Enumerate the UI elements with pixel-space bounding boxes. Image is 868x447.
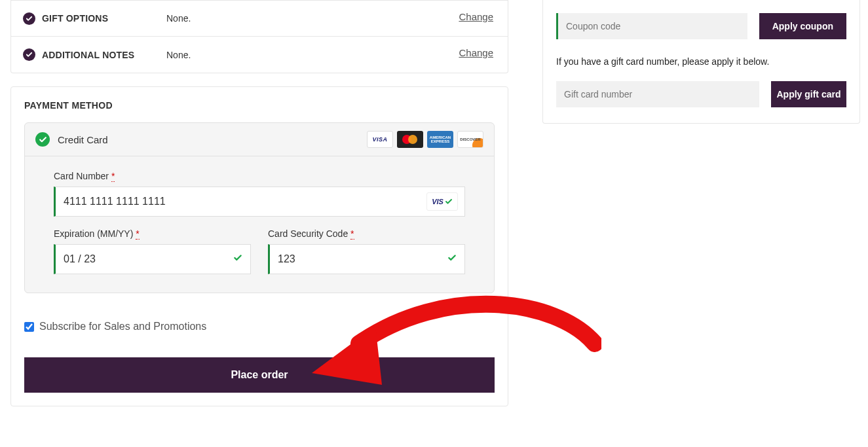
check-icon (233, 253, 242, 265)
subscribe-label: Subscribe for Sales and Promotions (39, 321, 206, 332)
additional-notes-label: ADDITIONAL NOTES (42, 50, 166, 60)
subscribe-checkbox[interactable] (24, 322, 34, 332)
cvc-field[interactable] (268, 244, 465, 274)
radio-selected-icon (35, 132, 50, 147)
additional-notes-row: ADDITIONAL NOTES None. Change (10, 37, 508, 73)
card-brand-logos: VISA AMERICAN EXPRESS DISCOVER (367, 131, 483, 148)
amex-icon: AMERICAN EXPRESS (427, 131, 453, 148)
place-order-button[interactable]: Place order (24, 357, 495, 393)
check-icon (23, 48, 35, 61)
gift-card-instructions: If you have a gift card number, please a… (556, 56, 846, 67)
expiration-input[interactable] (64, 253, 242, 265)
payment-method-title: PAYMENT METHOD (24, 100, 495, 111)
card-number-field[interactable]: VIS (54, 187, 465, 217)
additional-notes-value: None. (166, 50, 191, 60)
payment-method-card: PAYMENT METHOD Credit Card VISA AMERICAN… (10, 86, 508, 406)
card-number-input[interactable] (64, 196, 457, 207)
visa-icon: VISA (367, 131, 393, 148)
notes-change-link[interactable]: Change (459, 47, 493, 58)
check-icon (23, 12, 35, 25)
gift-options-label: GIFT OPTIONS (42, 13, 166, 24)
gift-options-value: None. (166, 13, 191, 24)
detected-card-brand-icon: VIS (426, 192, 458, 211)
expiration-label: Expiration (MM/YY) * (54, 228, 251, 239)
subscribe-checkbox-row[interactable]: Subscribe for Sales and Promotions (24, 321, 495, 332)
credit-card-header[interactable]: Credit Card VISA AMERICAN EXPRESS DISCOV… (25, 123, 494, 156)
discover-icon: DISCOVER (457, 131, 483, 148)
coupon-code-input[interactable] (556, 13, 747, 39)
cvc-label: Card Security Code * (268, 228, 465, 239)
sidebar: Apply coupon If you have a gift card num… (542, 0, 860, 124)
mastercard-icon (397, 131, 423, 148)
gift-change-link[interactable]: Change (459, 11, 493, 22)
check-icon (447, 253, 457, 265)
credit-card-box: Credit Card VISA AMERICAN EXPRESS DISCOV… (24, 122, 495, 293)
gift-card-input[interactable] (556, 81, 759, 107)
card-number-label: Card Number * (54, 171, 465, 181)
expiration-field[interactable] (54, 244, 251, 274)
credit-card-label: Credit Card (58, 134, 108, 145)
apply-gift-card-button[interactable]: Apply gift card (771, 81, 846, 107)
apply-coupon-button[interactable]: Apply coupon (759, 13, 846, 39)
gift-options-row: GIFT OPTIONS None. Change (10, 0, 508, 37)
cvc-input[interactable] (278, 253, 457, 265)
